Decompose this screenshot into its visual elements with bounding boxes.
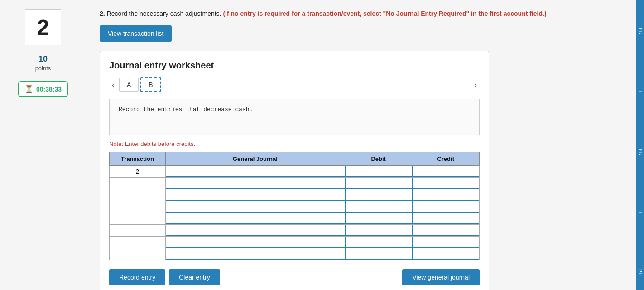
credit-cell-0[interactable] <box>412 166 480 178</box>
view-transaction-button[interactable]: View transaction list <box>100 25 172 42</box>
table-row <box>110 189 480 201</box>
table-row <box>110 225 480 237</box>
debit-input-1[interactable] <box>345 178 412 189</box>
credit-input-4[interactable] <box>412 213 479 224</box>
instruction-box: Record the entries that decrease cash. <box>109 99 480 135</box>
debit-input-0[interactable] <box>345 166 412 177</box>
col-header-general-journal: General Journal <box>165 152 345 166</box>
credit-cell-7[interactable] <box>412 248 480 260</box>
table-row <box>110 237 480 248</box>
question-number: 2 <box>37 15 49 40</box>
instruction-text: Record the entries that decrease cash. <box>119 106 253 113</box>
question-number-box: 2 <box>25 9 61 45</box>
col-header-debit: Debit <box>345 152 412 166</box>
debit-cell-0[interactable] <box>345 166 412 178</box>
debit-input-5[interactable] <box>345 225 412 236</box>
right-strip-label-3: pr <box>638 149 643 156</box>
journal-cell-3[interactable] <box>165 201 345 213</box>
debit-cell-3[interactable] <box>345 201 412 213</box>
transaction-cell-1 <box>110 178 166 189</box>
journal-input-2[interactable] <box>166 189 345 201</box>
points-label: points <box>35 65 51 72</box>
question-number-label: 2. <box>100 10 105 17</box>
credit-cell-4[interactable] <box>412 213 480 225</box>
journal-input-4[interactable] <box>166 213 345 224</box>
debit-input-2[interactable] <box>345 189 412 201</box>
journal-table: Transaction General Journal Debit Credit… <box>109 152 480 260</box>
credit-cell-6[interactable] <box>412 237 480 248</box>
credit-input-7[interactable] <box>412 248 479 260</box>
journal-cell-0[interactable] <box>165 166 345 178</box>
question-header: 2. Record the necessary cash adjustments… <box>100 9 622 19</box>
journal-cell-5[interactable] <box>165 225 345 237</box>
credit-input-6[interactable] <box>412 237 479 248</box>
journal-input-6[interactable] <box>166 237 345 248</box>
tab-prev-button[interactable]: ‹ <box>109 79 117 91</box>
transaction-cell-0: 2 <box>110 166 166 178</box>
credit-input-2[interactable] <box>412 189 479 201</box>
timer-box: ⏳ 00:38:33 <box>18 81 68 97</box>
points-value: 10 <box>35 54 51 64</box>
credit-input-3[interactable] <box>412 201 479 213</box>
right-strip-label-4: t <box>638 211 643 214</box>
tab-next-button[interactable]: › <box>471 79 480 91</box>
question-text: Record the necessary cash adjustments. <box>107 10 221 17</box>
journal-cell-6[interactable] <box>165 237 345 248</box>
credit-input-0[interactable] <box>412 166 479 177</box>
right-strip-label-1: pr <box>638 28 643 35</box>
debit-cell-7[interactable] <box>345 248 412 260</box>
journal-input-7[interactable] <box>166 248 345 260</box>
right-strip-label-5: pr <box>638 269 643 276</box>
action-buttons: Record entry Clear entry View general jo… <box>109 269 480 285</box>
note-text: Note: Enter debits before credits. <box>109 140 480 147</box>
table-row <box>110 248 480 260</box>
question-note: (If no entry is required for a transacti… <box>223 10 546 17</box>
table-row: 2 <box>110 166 480 178</box>
credit-cell-3[interactable] <box>412 201 480 213</box>
timer-value: 00:38:33 <box>36 86 62 93</box>
journal-input-1[interactable] <box>166 178 345 189</box>
credit-input-1[interactable] <box>412 178 479 189</box>
points-container: 10 points <box>35 54 51 72</box>
debit-input-6[interactable] <box>345 237 412 248</box>
journal-cell-4[interactable] <box>165 213 345 225</box>
journal-cell-2[interactable] <box>165 189 345 201</box>
journal-cell-1[interactable] <box>165 178 345 189</box>
debit-input-3[interactable] <box>345 201 412 213</box>
debit-cell-2[interactable] <box>345 189 412 201</box>
transaction-cell-4 <box>110 213 166 225</box>
timer-icon: ⏳ <box>24 85 34 93</box>
transaction-cell-2 <box>110 189 166 201</box>
table-row <box>110 213 480 225</box>
table-row <box>110 201 480 213</box>
journal-input-5[interactable] <box>166 225 345 236</box>
credit-cell-5[interactable] <box>412 225 480 237</box>
view-general-journal-button[interactable]: View general journal <box>402 269 480 285</box>
debit-cell-5[interactable] <box>345 225 412 237</box>
debit-input-4[interactable] <box>345 213 412 224</box>
right-strip: pr t pr t pr <box>636 0 644 290</box>
journal-input-3[interactable] <box>166 201 345 213</box>
transaction-cell-5 <box>110 225 166 237</box>
transaction-cell-7 <box>110 248 166 260</box>
credit-input-5[interactable] <box>412 225 479 236</box>
debit-cell-6[interactable] <box>345 237 412 248</box>
credit-cell-1[interactable] <box>412 178 480 189</box>
tab-b[interactable]: B <box>140 77 161 92</box>
clear-entry-button[interactable]: Clear entry <box>169 269 220 285</box>
col-header-transaction: Transaction <box>110 152 166 166</box>
record-entry-button[interactable]: Record entry <box>109 269 165 285</box>
debit-cell-1[interactable] <box>345 178 412 189</box>
col-header-credit: Credit <box>412 152 480 166</box>
left-sidebar: 2 10 points ⏳ 00:38:33 <box>0 0 86 290</box>
worksheet-card: Journal entry worksheet ‹ A B › Record t… <box>100 51 489 290</box>
tab-a[interactable]: A <box>119 78 139 92</box>
credit-cell-2[interactable] <box>412 189 480 201</box>
journal-input-0[interactable] <box>166 166 345 177</box>
tab-navigation: ‹ A B › <box>109 77 480 92</box>
main-content: 2. Record the necessary cash adjustments… <box>86 0 636 290</box>
table-row <box>110 178 480 189</box>
debit-input-7[interactable] <box>345 248 412 260</box>
debit-cell-4[interactable] <box>345 213 412 225</box>
journal-cell-7[interactable] <box>165 248 345 260</box>
